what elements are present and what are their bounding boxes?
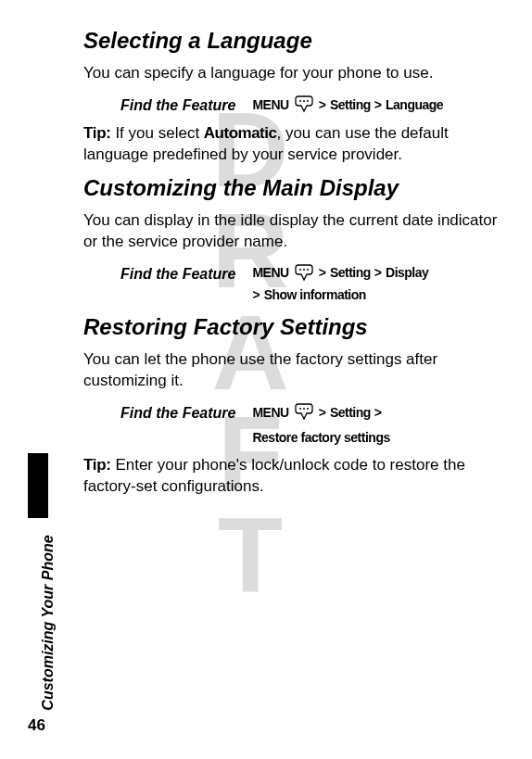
svg-point-8 bbox=[307, 408, 309, 410]
side-chapter-label: Customizing Your Phone bbox=[40, 530, 57, 715]
feature-row-display: Find the Feature MENU > Setting > Displa… bbox=[120, 262, 504, 305]
feature-path-display-wrap: MENU > Setting > Display > Show informat… bbox=[252, 262, 428, 305]
page-number: 46 bbox=[28, 716, 45, 735]
heading-restoring-factory: Restoring Factory Settings bbox=[83, 314, 504, 340]
nav-key-icon bbox=[293, 401, 315, 424]
feature-row-restore: Find the Feature MENU > Setting > Restor… bbox=[120, 401, 504, 448]
body-selecting-language: You can specify a language for your phon… bbox=[83, 63, 504, 84]
tip-label: Tip: bbox=[83, 124, 111, 142]
svg-point-7 bbox=[303, 408, 305, 410]
path-setting: Setting bbox=[330, 95, 371, 115]
side-tab-marker bbox=[28, 453, 48, 518]
heading-customizing-display: Customizing the Main Display bbox=[83, 175, 504, 201]
feature-path-display-line2: > Show information bbox=[252, 285, 428, 305]
feature-path-language: MENU > Setting > Language bbox=[252, 94, 443, 116]
find-feature-label: Find the Feature bbox=[120, 94, 235, 114]
find-feature-label: Find the Feature bbox=[120, 401, 235, 422]
body-customizing-display: You can display in the idle display the … bbox=[83, 210, 504, 253]
svg-point-5 bbox=[307, 269, 309, 271]
path-setting: Setting bbox=[330, 262, 371, 283]
separator: > bbox=[374, 402, 382, 423]
svg-point-6 bbox=[299, 408, 301, 410]
svg-point-0 bbox=[299, 100, 301, 102]
separator: > bbox=[374, 95, 382, 115]
side-tab: Customizing Your Phone bbox=[28, 453, 48, 713]
menu-label: MENU bbox=[252, 95, 288, 115]
path-show-information: Show information bbox=[264, 285, 366, 305]
body-restoring-factory: You can let the phone use the factory se… bbox=[83, 349, 504, 392]
menu-label: MENU bbox=[252, 402, 288, 423]
svg-point-2 bbox=[307, 100, 309, 102]
feature-row-language: Find the Feature MENU > Setting > Langua… bbox=[120, 94, 504, 116]
nav-key-icon bbox=[293, 94, 315, 116]
heading-selecting-language: Selecting a Language bbox=[83, 28, 504, 54]
nav-key-icon bbox=[293, 262, 315, 285]
separator: > bbox=[374, 262, 382, 283]
separator: > bbox=[319, 95, 326, 115]
separator: > bbox=[252, 285, 260, 305]
svg-point-1 bbox=[303, 100, 305, 102]
feature-path-display: MENU > Setting > Display bbox=[252, 262, 428, 285]
tip-text-pre: If you select bbox=[115, 124, 199, 142]
path-display: Display bbox=[386, 262, 428, 283]
find-feature-label: Find the Feature bbox=[120, 262, 235, 283]
svg-point-4 bbox=[303, 269, 305, 271]
tip-restore: Tip: Enter your phone's lock/unlock code… bbox=[83, 455, 504, 498]
svg-point-3 bbox=[299, 269, 301, 271]
page-content: Selecting a Language You can specify a l… bbox=[0, 0, 532, 498]
path-language: Language bbox=[386, 95, 443, 115]
separator: > bbox=[319, 402, 326, 423]
tip-label: Tip: bbox=[83, 456, 111, 474]
tip-emph-automatic: Automatic bbox=[204, 124, 277, 142]
path-restore-factory: Restore factory settings bbox=[252, 427, 389, 448]
separator: > bbox=[319, 262, 326, 283]
path-setting: Setting bbox=[330, 402, 371, 423]
feature-path-restore: MENU > Setting > Restore factory setting… bbox=[252, 401, 456, 448]
tip-language: Tip: If you select Automatic, you can us… bbox=[83, 123, 504, 166]
menu-label: MENU bbox=[252, 262, 288, 283]
tip-text: Enter your phone's lock/unlock code to r… bbox=[83, 456, 465, 495]
